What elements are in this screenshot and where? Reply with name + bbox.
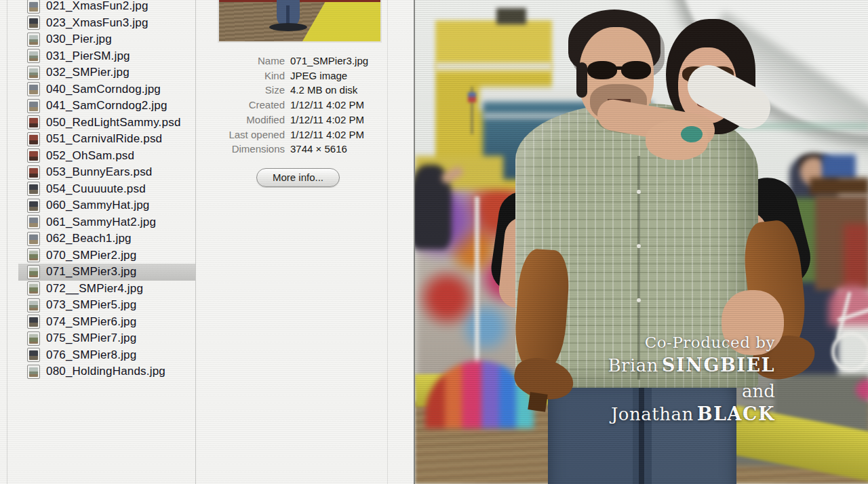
file-thumbnail-icon xyxy=(27,331,40,346)
file-thumbnail-icon xyxy=(27,298,40,312)
file-thumbnail-icon xyxy=(27,248,40,262)
file-thumbnail-icon xyxy=(27,199,40,213)
file-list: 021_XmasFun2.jpg 023_XmasFun3.jpg 030_Pi… xyxy=(7,0,195,484)
file-name: 072__SMPier4.jpg xyxy=(46,282,143,296)
info-value: 071_SMPier3.jpg xyxy=(290,54,386,68)
file-list-item[interactable]: 074_SMPier6.jpg xyxy=(18,314,195,331)
file-thumbnail-icon xyxy=(27,365,40,379)
file-name: 053_BunnyEars.psd xyxy=(46,165,153,179)
file-thumbnail-icon xyxy=(27,315,40,329)
file-thumbnail-icon xyxy=(27,0,40,14)
credit-role: Co-Produced by xyxy=(608,331,775,354)
file-name: 075_SMPier7.jpg xyxy=(46,331,136,345)
file-name: 030_Pier.jpg xyxy=(46,33,112,46)
file-thumbnail-icon xyxy=(27,132,40,146)
file-name: 070_SMPier2.jpg xyxy=(46,249,136,262)
yellow-building-band xyxy=(435,62,552,70)
kiosk-sign xyxy=(822,155,856,180)
file-name: 050_RedLightSammy.psd xyxy=(46,116,181,129)
file-thumbnail-icon xyxy=(27,232,40,246)
file-name: 051_CarnivalRide.psd xyxy=(46,132,162,146)
file-list-item[interactable]: 032_SMPier.jpg xyxy=(18,64,195,81)
file-list-item[interactable]: 054_Cuuuuute.psd xyxy=(18,181,195,198)
man-sunglasses xyxy=(621,61,651,79)
preview-top-stripe xyxy=(219,0,380,2)
file-thumbnail-icon xyxy=(27,49,40,63)
preview-yellow-wall xyxy=(296,0,382,43)
info-label: Kind xyxy=(196,68,285,83)
credit-conjunction: and xyxy=(608,380,775,403)
file-thumbnail-icon xyxy=(27,115,40,129)
file-thumbnail-icon xyxy=(27,16,40,30)
file-list-item[interactable]: 070_SMPier2.jpg xyxy=(18,247,195,264)
file-list-item[interactable]: 050_RedLightSammy.psd xyxy=(18,115,195,132)
file-list-item[interactable]: 021_XmasFun2.jpg xyxy=(18,0,195,15)
info-value: 3744 × 5616 xyxy=(290,142,386,157)
preview-shoes xyxy=(269,23,307,31)
file-thumbnail-icon xyxy=(27,348,40,362)
file-list-item[interactable]: 060_SammyHat.jpg xyxy=(18,197,195,214)
file-list-item-selected[interactable]: 071_SMPier3.jpg xyxy=(18,264,195,281)
file-list-item[interactable]: 072__SMPier4.jpg xyxy=(18,281,195,298)
credit-name-first: Jonathan xyxy=(611,404,694,424)
info-label: Modified xyxy=(196,113,285,127)
file-list-item[interactable]: 062_Beach1.jpg xyxy=(18,230,195,247)
credits-text: Co-Produced by Brian SINGBIEL and Jonath… xyxy=(608,331,775,428)
info-value: 4.2 MB on disk xyxy=(290,83,386,98)
man-sideburn xyxy=(576,62,587,98)
info-value: 1/12/11 4:02 PM xyxy=(290,127,386,142)
file-list-item[interactable]: 076_SMPier8.jpg xyxy=(18,347,195,364)
file-name: 040_SamCorndog.jpg xyxy=(46,83,161,96)
file-name: 023_XmasFun3.jpg xyxy=(46,16,149,30)
turquoise-bracelet xyxy=(681,126,703,142)
shirt-button xyxy=(637,244,641,248)
file-thumbnail-icon xyxy=(27,281,40,296)
file-thumbnail-icon xyxy=(27,148,40,163)
file-list-item[interactable]: 053_BunnyEars.psd xyxy=(18,164,195,181)
file-thumbnail-icon xyxy=(27,66,40,80)
file-list-item[interactable]: 040_SamCorndog.jpg xyxy=(18,81,195,98)
preview-thumbnail xyxy=(218,0,382,43)
file-thumbnail-icon xyxy=(27,33,40,47)
file-list-item[interactable]: 023_XmasFun3.jpg xyxy=(18,15,195,32)
info-label: Dimensions xyxy=(196,142,285,157)
info-value: 1/12/11 4:02 PM xyxy=(290,113,386,127)
file-list-item[interactable]: 061_SammyHat2.jpg xyxy=(18,214,195,231)
file-name: 061_SammyHat2.jpg xyxy=(46,216,156,229)
file-name: 080_HoldingHands.jpg xyxy=(46,365,165,378)
boot-heel xyxy=(528,392,547,411)
file-list-item[interactable]: 073_SMPier5.jpg xyxy=(18,297,195,314)
man-sunglasses xyxy=(587,61,617,79)
us-flag xyxy=(468,92,476,102)
kiosk-red-panel xyxy=(844,224,868,288)
kiosk-roof xyxy=(810,178,868,195)
building-rooftop-box xyxy=(496,8,526,24)
file-list-item[interactable]: 051_CarnivalRide.psd xyxy=(18,131,195,148)
file-thumbnail-icon xyxy=(27,82,40,96)
file-name: 032_SMPier.jpg xyxy=(46,66,130,79)
info-label: Size xyxy=(196,83,285,98)
shirt-button xyxy=(637,190,641,194)
file-thumbnail-icon xyxy=(27,99,40,113)
file-list-item[interactable]: 075_SMPier7.jpg xyxy=(18,330,195,347)
more-info-button[interactable]: More info... xyxy=(256,168,340,187)
sunglasses-bridge xyxy=(614,66,624,70)
file-name: 060_SammyHat.jpg xyxy=(46,199,150,212)
file-name: 054_Cuuuuute.psd xyxy=(46,182,146,196)
file-name: 041_SamCorndog2.jpg xyxy=(46,99,167,113)
info-value: JPEG image xyxy=(290,68,386,83)
file-name: 052_OhSam.psd xyxy=(46,149,134,163)
photo-frame: Co-Produced by Brian SINGBIEL and Jonath… xyxy=(414,0,868,484)
info-pane-right-divider xyxy=(387,0,388,484)
file-name: 074_SMPier6.jpg xyxy=(46,315,136,329)
file-list-item[interactable]: 041_SamCorndog2.jpg xyxy=(18,98,195,115)
file-list-item[interactable]: 030_Pier.jpg xyxy=(18,31,195,48)
file-thumbnail-icon xyxy=(27,182,40,196)
booth-pole xyxy=(475,197,479,380)
file-list-item[interactable]: 052_OhSam.psd xyxy=(18,148,195,165)
credit-name-last: SINGBIEL xyxy=(662,355,775,376)
credit-name-first: Brian xyxy=(608,355,658,376)
file-list-item[interactable]: 031_PierSM.jpg xyxy=(18,48,195,65)
file-list-item[interactable]: 080_HoldingHands.jpg xyxy=(18,363,195,380)
file-name: 062_Beach1.jpg xyxy=(46,232,132,245)
